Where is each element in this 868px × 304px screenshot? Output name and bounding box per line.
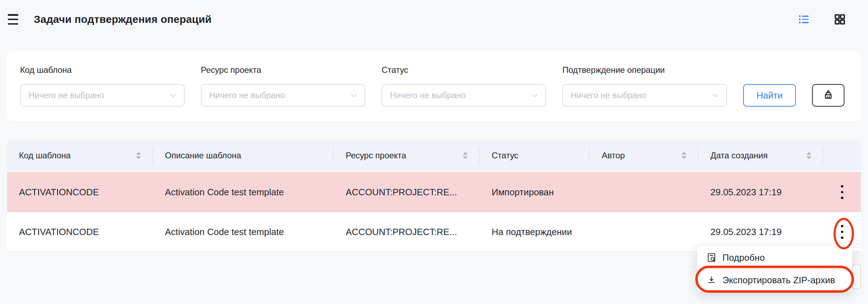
row-actions-kebab-icon[interactable] <box>836 221 848 242</box>
filter-label: Статус <box>382 65 546 75</box>
column-header-template-code[interactable]: Код шаблона <box>7 141 153 170</box>
column-label: Автор <box>602 151 625 160</box>
chevron-down-icon <box>712 94 719 97</box>
select-value: Ничего не выбрано <box>571 90 712 100</box>
filter-field-status: Статус Ничего не выбрано <box>382 65 546 107</box>
filter-panel: Код шаблона Ничего не выбрано Ресурс про… <box>7 51 862 121</box>
cell-author <box>590 172 698 212</box>
operation-confirmation-select[interactable]: Ничего не выбрано <box>562 84 727 107</box>
column-header-actions <box>823 141 861 170</box>
download-icon <box>706 275 717 285</box>
sort-icon <box>463 152 468 159</box>
broom-icon <box>822 89 835 102</box>
hamburger-menu-icon[interactable] <box>7 14 19 25</box>
chevron-down-icon <box>351 94 357 97</box>
column-header-template-description: Описание шаблона <box>153 141 334 170</box>
sort-icon <box>806 152 811 159</box>
tasks-table: Код шаблона Описание шаблона Ресурс прое… <box>7 141 861 252</box>
filter-label: Ресурс проекта <box>201 65 365 75</box>
chevron-down-icon <box>531 94 538 97</box>
clear-filters-button[interactable] <box>812 84 844 107</box>
table-header-row: Код шаблона Описание шаблона Ресурс прое… <box>7 141 861 170</box>
sort-icon <box>682 152 687 159</box>
list-view-icon[interactable] <box>798 13 810 26</box>
row-context-menu: Подробно Экспортировать ZIP-архив <box>697 246 852 292</box>
cell-author <box>590 212 698 252</box>
select-value: Ничего не выбрано <box>390 90 531 100</box>
page-title: Задачи подтверждения операций <box>34 13 212 25</box>
column-header-status: Статус <box>480 141 590 170</box>
cell-project-resource: ACCOUNT:PROJECT:RE... <box>334 212 480 252</box>
template-code-select[interactable]: Ничего не выбрано <box>20 84 185 107</box>
select-value: Ничего не выбрано <box>28 90 170 100</box>
file-search-icon <box>706 252 717 263</box>
search-button[interactable]: Найти <box>743 84 796 107</box>
column-header-author[interactable]: Автор <box>590 141 698 170</box>
cell-created-date: 29.05.2023 17:19 <box>698 172 823 212</box>
cell-status: Импортирован <box>480 172 590 212</box>
filter-field-template-code: Код шаблона Ничего не выбрано <box>20 65 185 107</box>
filter-label: Код шаблона <box>20 65 185 75</box>
cell-template-code: ACTIVATIONCODE <box>7 212 153 252</box>
sort-icon <box>136 152 141 159</box>
cell-template-description: Activation Code test template <box>153 172 334 212</box>
topbar: Задачи подтверждения операций <box>0 0 868 34</box>
table-row[interactable]: ACTIVATIONCODE Activation Code test temp… <box>7 172 861 212</box>
menu-item-details[interactable]: Подробно <box>697 246 852 269</box>
row-actions-kebab-icon[interactable] <box>836 182 848 203</box>
menu-item-export-zip[interactable]: Экспортировать ZIP-архив <box>697 269 852 291</box>
filter-label: Подтверждение операции <box>562 65 727 75</box>
cell-template-description: Activation Code test template <box>153 212 334 252</box>
filter-field-operation-confirmation: Подтверждение операции Ничего не выбрано <box>562 65 727 107</box>
status-select[interactable]: Ничего не выбрано <box>382 84 546 107</box>
column-header-created-date[interactable]: Дата создания <box>698 141 823 170</box>
view-toggle <box>798 13 846 26</box>
pagination-control-partial[interactable] <box>852 264 861 289</box>
cell-actions <box>823 172 861 212</box>
chevron-down-icon <box>170 94 176 97</box>
menu-item-label: Экспортировать ZIP-архив <box>722 275 835 286</box>
cell-status: На подтверждении <box>480 212 590 252</box>
cell-project-resource: ACCOUNT:PROJECT:RE... <box>334 172 480 212</box>
cell-template-code: ACTIVATIONCODE <box>7 172 153 212</box>
column-header-project-resource[interactable]: Ресурс проекта <box>334 141 480 170</box>
project-resource-select[interactable]: Ничего не выбрано <box>201 84 365 107</box>
menu-item-label: Подробно <box>722 252 765 263</box>
column-label: Ресурс проекта <box>346 151 406 160</box>
column-label: Дата создания <box>710 151 768 160</box>
filter-field-project-resource: Ресурс проекта Ничего не выбрано <box>201 65 365 107</box>
grid-view-icon[interactable] <box>834 13 846 26</box>
column-label: Статус <box>492 151 518 160</box>
column-label: Код шаблона <box>19 151 71 160</box>
column-label: Описание шаблона <box>165 151 241 160</box>
select-value: Ничего не выбрано <box>209 90 351 100</box>
